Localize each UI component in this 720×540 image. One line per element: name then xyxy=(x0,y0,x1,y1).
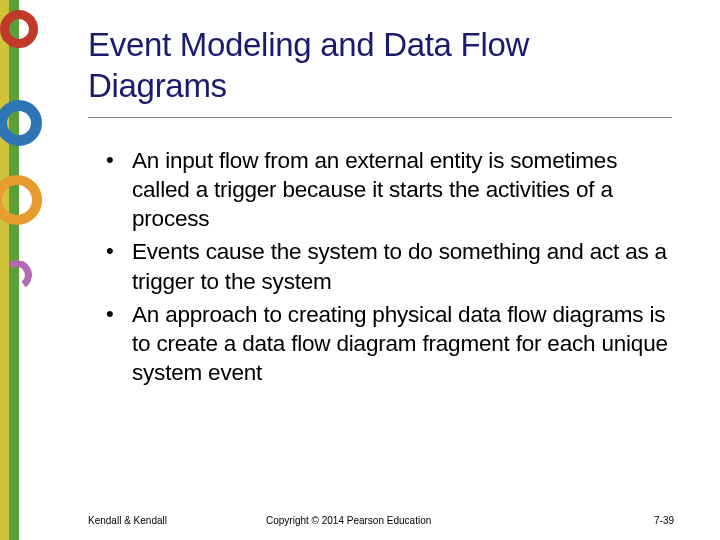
slide-title: Event Modeling and Data Flow Diagrams xyxy=(88,24,672,118)
slide-content: Event Modeling and Data Flow Diagrams An… xyxy=(0,0,720,540)
bullet-item: An approach to creating physical data fl… xyxy=(112,300,672,388)
bullet-item: Events cause the system to do something … xyxy=(112,237,672,296)
bullet-list: An input flow from an external entity is… xyxy=(88,146,672,388)
bullet-item: An input flow from an external entity is… xyxy=(112,146,672,234)
